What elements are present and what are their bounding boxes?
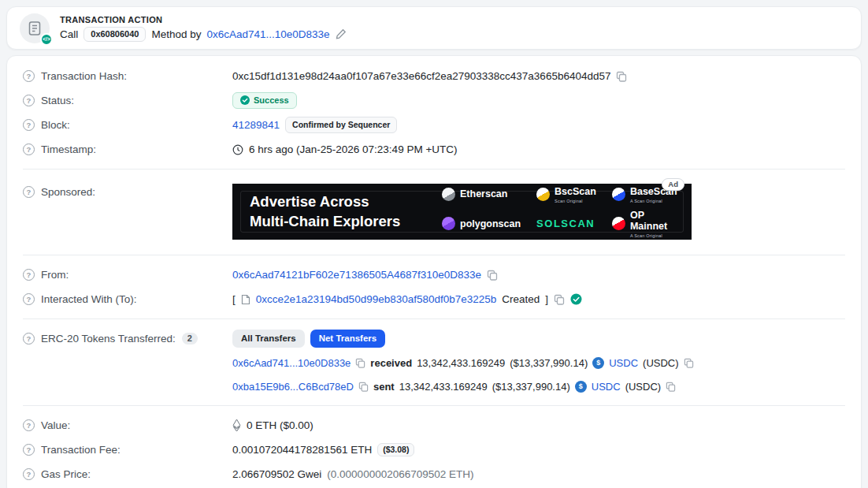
tab-net-transfers[interactable]: Net Transfers (310, 330, 386, 348)
sequencer-badge: Confirmed by Sequencer (285, 117, 397, 133)
transfer-direction: sent (373, 381, 395, 393)
divider (23, 405, 845, 406)
token-symbol: (USDC) (643, 357, 679, 369)
fee-amount: 0.001072044178281561 ETH (232, 444, 372, 456)
tx-hash-label: Transaction Hash: (41, 70, 127, 82)
method-by-address-link[interactable]: 0x6cAad741...10e0D833e (207, 28, 330, 40)
transfer-address-link[interactable]: 0xba15E9b6...C6Bcd78eD (232, 381, 354, 393)
token-link[interactable]: USDC (609, 357, 638, 369)
gas-price-label: Gas Price: (41, 468, 91, 480)
ad-badge: Ad (662, 178, 684, 191)
transaction-fee-row: Transaction Fee: 0.001072044178281561 ET… (23, 438, 845, 462)
copy-icon[interactable] (616, 71, 627, 82)
sponsored-row: Sponsored: Ad Advertise AcrossMulti-Chai… (23, 177, 845, 248)
usdc-icon (575, 381, 587, 393)
token-symbol: (USDC) (625, 381, 662, 393)
transfer-address-link[interactable]: 0x6cAad741...10e0D833e (232, 357, 351, 369)
help-icon[interactable] (23, 269, 35, 281)
divider (23, 169, 845, 169)
help-icon[interactable] (23, 444, 35, 456)
from-row: From: 0x6cAad74121bF602e71386505A4687f31… (23, 263, 845, 287)
method-signature-badge: 0x60806040 (83, 27, 146, 42)
erc20-transfers-row: ERC-20 Tokens Transferred: 2 All Transfe… (23, 326, 845, 351)
usdc-icon (592, 357, 604, 369)
token-link[interactable]: USDC (592, 381, 621, 393)
document-icon (28, 21, 41, 35)
copy-icon[interactable] (487, 270, 498, 281)
help-icon[interactable] (23, 468, 35, 480)
transaction-details-card: Transaction Hash: 0xc15df1d131e98d24aa0f… (6, 55, 862, 488)
etherscan-logo: Etherscan (442, 188, 521, 201)
polygonscan-logo: polygonscan (442, 217, 521, 230)
solscan-logo: SOLSCAN (536, 218, 596, 229)
page-title: TRANSACTION ACTION (60, 15, 347, 24)
to-address-link[interactable]: 0xcce2e1a23194bd50d99eb830af580df0b7e322… (256, 293, 497, 305)
op-mainnet-logo: OP MainnetA Scan Original (612, 210, 677, 238)
help-icon[interactable] (23, 186, 35, 198)
divider (23, 319, 845, 319)
fee-usd-badge: ($3.08) (377, 443, 414, 456)
divider (23, 255, 845, 255)
tab-all-transfers[interactable]: All Transfers (232, 330, 305, 348)
bracket-open: [ (232, 293, 236, 305)
transaction-fee-label: Transaction Fee: (41, 444, 121, 456)
timestamp-row: Timestamp: 6 hrs ago (Jan-25-2026 07:23:… (23, 137, 845, 162)
op-mainnet-icon (612, 217, 625, 230)
method-by-label: Method by (151, 28, 201, 40)
interacted-with-row: Interacted With (To): [ 0xcce2e1a23194bd… (23, 287, 845, 311)
eth-icon (232, 419, 241, 432)
gas-price-value: 2.066709502 Gwei (232, 468, 321, 480)
help-icon[interactable] (23, 419, 35, 431)
timestamp-value: 6 hrs ago (Jan-25-2026 07:23:49 PM +UTC) (249, 143, 458, 155)
banner-headline: Advertise AcrossMulti-Chain Explorers (250, 192, 421, 231)
help-icon[interactable] (23, 95, 35, 106)
transaction-action-card: TRANSACTION ACTION Call 0x60806040 Metho… (6, 6, 862, 50)
transfer-count-badge: 2 (182, 333, 198, 345)
transfer-row: 0xba15E9b6...C6Bcd78eD sent 13,342,433.1… (232, 374, 845, 398)
basescan-icon (612, 188, 625, 201)
help-icon[interactable] (23, 293, 35, 305)
copy-icon[interactable] (554, 294, 565, 305)
from-address-link[interactable]: 0x6cAad74121bF602e71386505A4687f310e0D83… (232, 269, 481, 281)
etherscan-icon (442, 188, 455, 201)
copy-icon[interactable] (684, 358, 694, 368)
help-icon[interactable] (23, 333, 35, 345)
gas-price-row: Gas Price: 2.066709502 Gwei (0.000000002… (23, 462, 845, 486)
transfer-direction: received (370, 357, 412, 369)
banner-logo-grid: Etherscan BscScanScan Original BaseScanA… (442, 186, 677, 238)
copy-icon[interactable] (358, 382, 369, 392)
created-label: Created (502, 293, 540, 305)
status-label: Status: (41, 95, 74, 106)
help-icon[interactable] (23, 143, 35, 155)
block-row: Block: 41289841 Confirmed by Sequencer (23, 113, 845, 137)
contract-avatar (20, 13, 50, 43)
tx-hash-row: Transaction Hash: 0xc15df1d131e98d24aa0f… (23, 64, 845, 88)
gas-price-eth: (0.000000002066709502 ETH) (327, 468, 473, 480)
action-verb: Call (60, 28, 78, 40)
help-icon[interactable] (23, 70, 35, 82)
clock-icon (232, 144, 243, 155)
copy-icon[interactable] (355, 358, 365, 368)
status-badge: Success (232, 92, 297, 109)
code-icon (40, 33, 53, 46)
transfer-row: 0x6cAad741...10e0D833e received 13,342,4… (232, 351, 845, 374)
erc20-label: ERC-20 Tokens Transferred: (41, 333, 176, 345)
polygonscan-icon (442, 217, 455, 230)
bracket-close: ] (545, 293, 548, 305)
edit-icon[interactable] (336, 28, 347, 39)
sponsored-banner[interactable]: Advertise AcrossMulti-Chain Explorers Et… (232, 184, 692, 240)
from-label: From: (41, 269, 69, 281)
timestamp-label: Timestamp: (41, 143, 96, 155)
interacted-with-label: Interacted With (To): (41, 293, 137, 305)
value-row: Value: 0 ETH ($0.00) (23, 413, 845, 438)
transfer-usd: ($13,337,990.14) (510, 357, 588, 369)
check-circle-icon (240, 95, 250, 105)
value-label: Value: (41, 419, 70, 431)
bscscan-logo: BscScanScan Original (536, 186, 596, 203)
block-number-link[interactable]: 41289841 (232, 119, 280, 131)
copy-icon[interactable] (666, 382, 676, 392)
transfer-amount: 13,342,433.169249 (399, 381, 488, 393)
help-icon[interactable] (23, 119, 35, 131)
transfer-usd: ($13,337,990.14) (492, 381, 570, 393)
status-row: Status: Success (23, 88, 845, 113)
